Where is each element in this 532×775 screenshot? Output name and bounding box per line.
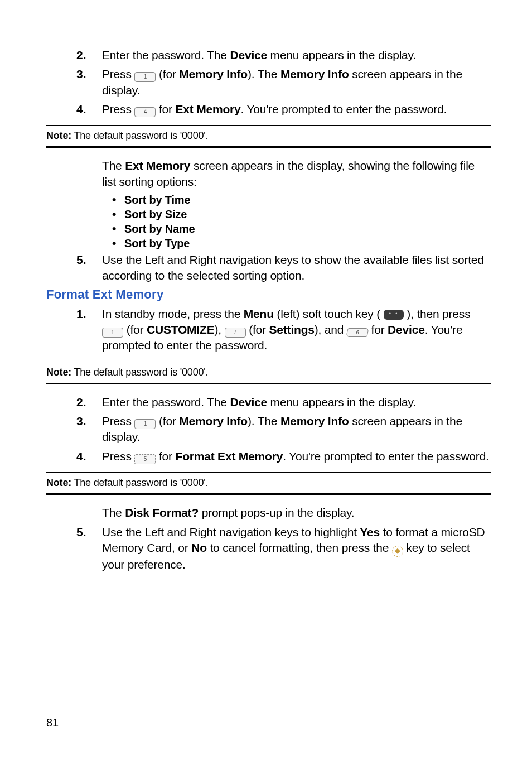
rule-icon	[46, 125, 491, 126]
step-number: 1.	[76, 306, 102, 354]
document-body: 2. Enter the password. The Device menu a…	[76, 394, 491, 464]
step-number: 3.	[76, 413, 102, 445]
document-body: The Ext Memory screen appears in the dis…	[76, 158, 491, 283]
note-text: Note: The default password is '0000'.	[46, 477, 491, 489]
step-text: Use the Left and Right navigation keys t…	[102, 252, 491, 284]
note-text: Note: The default password is '0000'.	[46, 130, 491, 142]
key-4-icon: 4	[134, 107, 156, 117]
rule-icon	[46, 493, 491, 495]
key-5-icon: 5	[134, 454, 156, 464]
document-body: The Disk Format? prompt pops-up in the d…	[76, 505, 491, 572]
key-7-icon: 7	[225, 328, 246, 338]
bullet-text: Sort by Size	[124, 208, 187, 221]
rule-icon	[46, 383, 491, 384]
step-number: 4.	[76, 449, 102, 464]
key-6-icon: 6	[346, 328, 369, 337]
step-text: Press 5 for Format Ext Memory. You're pr…	[102, 449, 491, 464]
step-4: 4. Press 5 for Format Ext Memory. You're…	[76, 449, 491, 464]
step-4: 4. Press 4 for Ext Memory. You're prompt…	[76, 102, 491, 117]
step-number: 3.	[76, 66, 102, 98]
step-number: 4.	[76, 102, 102, 117]
rule-icon	[46, 362, 491, 362]
key-1-icon: 1	[134, 419, 156, 429]
bullet-item: •Sort by Size	[112, 208, 491, 221]
step-number: 5.	[76, 252, 102, 284]
step-5: 5. Use the Left and Right navigation key…	[76, 524, 491, 573]
step-text: Enter the password. The Device menu appe…	[102, 47, 491, 63]
step-text: Use the Left and Right navigation keys t…	[102, 524, 491, 573]
step-text: Press 1 (for Memory Info). The Memory In…	[102, 413, 491, 445]
bullet-item: •Sort by Name	[112, 222, 491, 235]
note-block: Note: The default password is '0000'.	[46, 125, 491, 148]
step-3: 3. Press 1 (for Memory Info). The Memory…	[76, 413, 491, 445]
rule-icon	[46, 146, 491, 148]
step-number: 5.	[76, 524, 102, 573]
note-text: Note: The default password is '0000'.	[46, 367, 491, 378]
key-1-icon: 1	[134, 72, 156, 82]
bullet-text: Sort by Type	[124, 237, 190, 250]
step-text: Enter the password. The Device menu appe…	[102, 394, 491, 410]
step-text: In standby mode, press the Menu (left) s…	[102, 306, 491, 354]
step-number: 2.	[76, 47, 102, 63]
bullet-item: •Sort by Time	[112, 193, 491, 206]
section-heading: Format Ext Memory	[46, 287, 491, 302]
bullet-text: Sort by Time	[124, 194, 190, 206]
paragraph: The Ext Memory screen appears in the dis…	[102, 158, 491, 190]
step-1: 1. In standby mode, press the Menu (left…	[76, 306, 491, 354]
rule-icon	[46, 472, 491, 473]
ok-key-icon	[392, 546, 403, 557]
bullet-text: Sort by Name	[124, 223, 195, 235]
step-text: Press 1 (for Memory Info). The Memory In…	[102, 66, 491, 98]
paragraph: The Disk Format? prompt pops-up in the d…	[102, 505, 491, 521]
soft-key-icon	[384, 310, 404, 320]
step-text: Press 4 for Ext Memory. You're prompted …	[102, 102, 491, 117]
step-2: 2. Enter the password. The Device menu a…	[76, 47, 491, 63]
key-1-icon: 1	[102, 328, 123, 338]
document-body: 2. Enter the password. The Device menu a…	[76, 47, 491, 117]
step-5: 5. Use the Left and Right navigation key…	[76, 252, 491, 284]
bullet-icon: •	[112, 237, 124, 250]
step-number: 2.	[76, 394, 102, 410]
bullet-icon: •	[112, 193, 124, 206]
bullet-icon: •	[112, 208, 124, 221]
step-2: 2. Enter the password. The Device menu a…	[76, 394, 491, 410]
bullet-list: •Sort by Time •Sort by Size •Sort by Nam…	[112, 193, 491, 250]
step-3: 3. Press 1 (for Memory Info). The Memory…	[76, 66, 491, 98]
note-block: Note: The default password is '0000'.	[46, 362, 491, 384]
page-number: 81	[46, 716, 59, 729]
bullet-icon: •	[112, 222, 124, 235]
bullet-item: •Sort by Type	[112, 237, 491, 250]
document-body: 1. In standby mode, press the Menu (left…	[76, 306, 491, 354]
note-block: Note: The default password is '0000'.	[46, 472, 491, 495]
